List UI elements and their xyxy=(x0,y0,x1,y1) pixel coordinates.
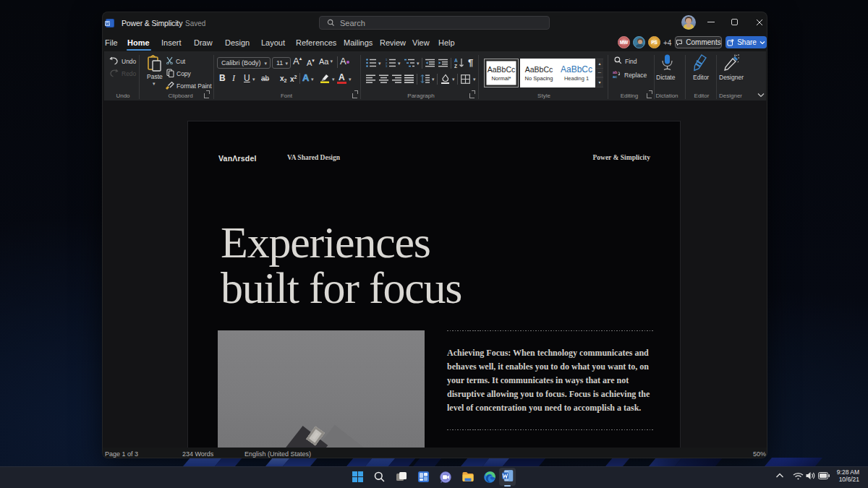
svg-text:3: 3 xyxy=(386,64,388,67)
svg-text:A: A xyxy=(454,58,458,63)
svg-text:ac: ac xyxy=(613,74,617,78)
svg-text:Z: Z xyxy=(454,64,457,69)
